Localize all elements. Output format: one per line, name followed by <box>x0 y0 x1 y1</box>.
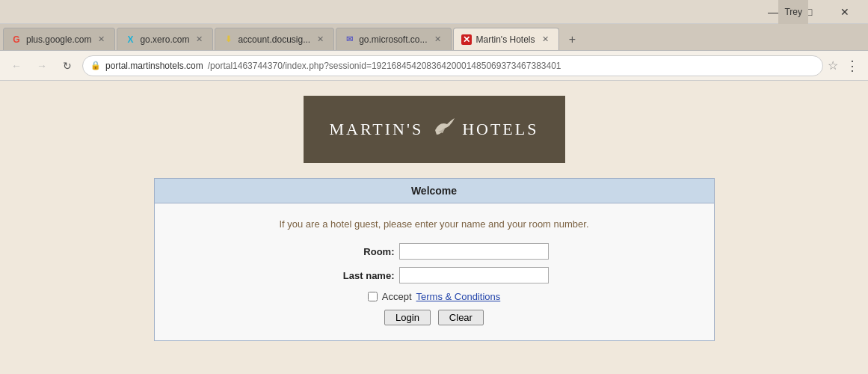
tab-label-xero: go.xero.com <box>140 34 189 45</box>
logo-line1: MARTIN'S <box>330 120 424 139</box>
welcome-header: Welcome <box>155 179 714 203</box>
room-label: Room: <box>320 246 395 257</box>
clear-button[interactable]: Clear <box>438 310 484 325</box>
tab-favicon-microsoft: ✉ <box>344 34 354 45</box>
lastname-input[interactable] <box>399 267 549 283</box>
tab-favicon-docusign: ⬇ <box>223 34 233 45</box>
room-input[interactable] <box>399 243 549 260</box>
bookmark-button[interactable]: ☆ <box>828 58 838 73</box>
tab-close-google[interactable]: ✕ <box>96 34 107 45</box>
tab-label-google: plus.google.com <box>26 34 91 45</box>
logo-line2: HOTELS <box>462 120 538 139</box>
welcome-message: If you are a hotel guest, please enter y… <box>177 218 692 230</box>
terms-row: Accept Terms & Conditions <box>177 291 692 302</box>
user-name: Trey <box>784 7 802 17</box>
tab-close-docusign[interactable]: ✕ <box>315 34 326 45</box>
forward-button[interactable]: → <box>31 55 52 76</box>
back-button[interactable]: ← <box>6 55 27 76</box>
lastname-row: Last name: <box>177 267 692 283</box>
terms-checkbox[interactable] <box>368 292 378 301</box>
tab-bar: G plus.google.com ✕ X go.xero.com ✕ ⬇ ac… <box>0 24 868 51</box>
welcome-box: Welcome If you are a hotel guest, please… <box>154 178 715 341</box>
terms-link[interactable]: Terms & Conditions <box>416 291 501 302</box>
tab-close-microsoft[interactable]: ✕ <box>432 34 443 45</box>
logo-container: MARTIN'S HOTELS <box>304 96 565 163</box>
address-bar: ← → ↻ 🔒 portal.martinshotels.com/portal1… <box>0 51 868 81</box>
tab-close-martins[interactable]: ✕ <box>540 34 551 45</box>
user-label: Trey <box>778 0 808 24</box>
room-row: Room: <box>177 243 692 260</box>
tab-label-martins: Martin's Hotels <box>476 34 535 45</box>
tab-microsoft[interactable]: ✉ go.microsoft.co... ✕ <box>336 28 451 50</box>
url-bar[interactable]: 🔒 portal.martinshotels.com/portal1463744… <box>82 55 823 76</box>
menu-button[interactable]: ⋮ <box>843 58 862 74</box>
tab-favicon-xero: X <box>125 34 135 45</box>
tab-label-docusign: account.docusig... <box>238 34 310 45</box>
title-bar: Trey — □ ✕ <box>0 0 868 24</box>
tab-label-microsoft: go.microsoft.co... <box>359 34 427 45</box>
tab-favicon-martins: ✕ <box>461 34 472 45</box>
accept-text: Accept <box>382 291 412 302</box>
url-path: /portal1463744370/index.php?sessionid=19… <box>208 61 561 71</box>
lock-icon: 🔒 <box>90 61 101 70</box>
tab-martins[interactable]: ✕ Martin's Hotels ✕ <box>453 28 559 50</box>
close-button[interactable]: ✕ <box>828 0 862 24</box>
lastname-label: Last name: <box>320 270 395 281</box>
new-tab-button[interactable]: + <box>562 29 583 50</box>
login-button[interactable]: Login <box>384 310 431 325</box>
tab-close-xero[interactable]: ✕ <box>194 34 205 45</box>
window-controls: — □ ✕ <box>756 0 862 24</box>
url-domain: portal.martinshotels.com <box>105 61 203 71</box>
tab-xero[interactable]: X go.xero.com ✕ <box>117 28 213 50</box>
tab-favicon-google: G <box>11 34 22 45</box>
page-content: MARTIN'S HOTELS Welcome If you are a hot… <box>0 81 868 374</box>
welcome-body: If you are a hotel guest, please enter y… <box>155 203 714 340</box>
logo-bird <box>429 114 456 146</box>
reload-button[interactable]: ↻ <box>57 55 78 76</box>
tab-docusign[interactable]: ⬇ account.docusig... ✕ <box>215 28 334 50</box>
tab-google[interactable]: G plus.google.com ✕ <box>3 28 115 50</box>
button-row: Login Clear <box>177 310 692 325</box>
logo: MARTIN'S HOTELS <box>330 114 539 146</box>
